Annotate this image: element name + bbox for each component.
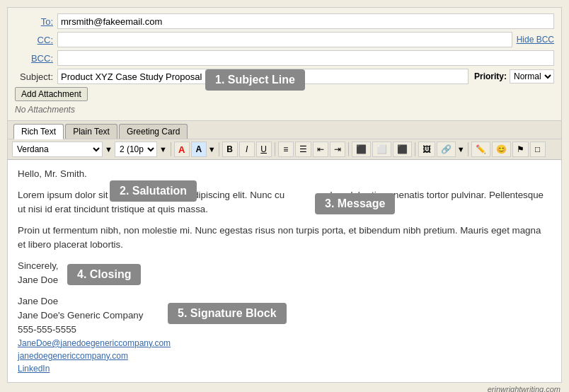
align-center-button[interactable]: ⬜: [372, 142, 391, 157]
color-dropdown-arrow: ▼: [208, 145, 216, 154]
size-dropdown-arrow: ▼: [159, 145, 167, 154]
font-family-select[interactable]: Verdana Arial Times New Roman: [12, 142, 103, 157]
ordered-list-button[interactable]: ≡: [278, 142, 294, 157]
salutation-line: Hello, Mr. Smith.: [18, 167, 551, 181]
separator-5: [415, 142, 415, 156]
cc-input[interactable]: [57, 32, 512, 47]
priority-select[interactable]: Normal High Low: [510, 69, 554, 83]
callout-closing: 4. Closing: [67, 264, 141, 285]
bcc-label: BCC:: [15, 53, 57, 64]
italic-button[interactable]: I: [239, 142, 255, 157]
sig-email-link[interactable]: JaneDoe@janedoegenericcompany.com: [18, 337, 551, 350]
separator-4: [348, 142, 349, 156]
link-button[interactable]: 🔗: [437, 142, 456, 157]
add-attachment-button[interactable]: Add Attachment: [15, 87, 88, 101]
hide-bcc-button[interactable]: Hide BCC: [517, 35, 554, 45]
flag-button[interactable]: ⚑: [512, 142, 529, 157]
callout-message: 3. Message: [315, 193, 395, 214]
separator-2: [219, 142, 219, 156]
emoji-button[interactable]: 😊: [492, 142, 511, 157]
align-right-button[interactable]: ⬛: [393, 142, 412, 157]
font-size-select[interactable]: 2 (10pt) 3 (12pt) 4 (14pt): [115, 142, 157, 157]
message-paragraph-1: Lorem ipsum dolor sit amet, consectetur …: [18, 188, 551, 217]
salutation-text: Hello, Mr. Smith.: [18, 168, 87, 179]
sig-phone: 555-555-5555: [18, 323, 551, 337]
bcc-input[interactable]: [57, 50, 554, 66]
cc-label: CC:: [15, 35, 57, 45]
callout-salutation: 2. Salutation: [110, 180, 197, 202]
separator-6: [468, 142, 469, 156]
align-left-button[interactable]: ⬛: [352, 142, 371, 157]
sig-website-link[interactable]: janedoegenericcompany.com: [18, 350, 551, 362]
highlight-color-button[interactable]: A: [191, 142, 207, 157]
bold-button[interactable]: B: [222, 142, 238, 157]
to-label: To:: [15, 16, 57, 27]
editor-toolbar: Verdana Arial Times New Roman ▼ 2 (10pt)…: [8, 139, 561, 160]
watermark: erinwrightwriting.com: [488, 385, 561, 392]
subject-label: Subject:: [15, 71, 57, 82]
link-dropdown-arrow: ▼: [457, 145, 465, 154]
more-button[interactable]: □: [530, 142, 546, 157]
separator-3: [275, 142, 275, 156]
font-color-button[interactable]: A: [174, 142, 190, 157]
image-button[interactable]: 🖼: [418, 142, 435, 157]
separator-1: [171, 142, 171, 156]
tab-greeting-card[interactable]: Greeting Card: [119, 124, 188, 139]
priority-label: Priority:: [474, 71, 507, 81]
tabs-bar: Rich Text Plain Text Greeting Card: [8, 121, 561, 139]
message-paragraph-2: Proin ut fermentum nibh, non molestie mi…: [18, 224, 551, 252]
tab-plain-text[interactable]: Plain Text: [65, 124, 117, 139]
unordered-list-button[interactable]: ☰: [295, 142, 311, 157]
tab-rich-text[interactable]: Rich Text: [13, 124, 64, 139]
callout-signature-block: 5. Signature Block: [168, 303, 287, 324]
to-input[interactable]: [57, 13, 554, 29]
indent-button[interactable]: ⇥: [330, 142, 345, 157]
underline-button[interactable]: U: [256, 142, 272, 157]
no-attachments-label: No Attachments: [15, 105, 75, 115]
sig-linkedin-link[interactable]: LinkedIn: [18, 362, 551, 375]
font-dropdown-arrow: ▼: [105, 145, 113, 154]
edit-button[interactable]: ✏️: [471, 142, 490, 157]
outdent-button[interactable]: ⇤: [313, 142, 328, 157]
callout-subject-line: 1. Subject Line: [205, 69, 305, 91]
